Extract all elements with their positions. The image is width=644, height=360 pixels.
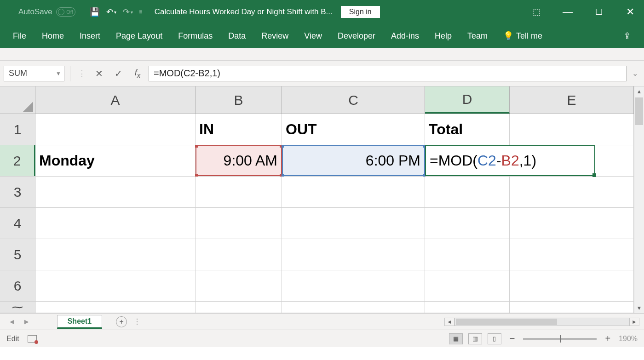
minimize-button[interactable]: — xyxy=(558,3,577,21)
sheet-nav-prev[interactable]: ◄ xyxy=(5,318,19,326)
col-header-B[interactable]: B xyxy=(196,86,282,114)
cell-E2[interactable] xyxy=(595,145,634,176)
qat-customize[interactable]: ≡ xyxy=(136,4,145,20)
autosave-control[interactable]: AutoSave Off xyxy=(18,7,75,17)
cell-C2[interactable]: 6:00 PM xyxy=(282,145,425,176)
redo-icon: ↷ xyxy=(123,7,130,17)
cell-C3[interactable] xyxy=(282,177,425,207)
cell-C5[interactable] xyxy=(282,239,425,270)
col-header-D[interactable]: D xyxy=(425,86,510,114)
tab-developer[interactable]: Developer xyxy=(338,31,375,41)
row-header-6[interactable]: 6 xyxy=(0,270,35,301)
row-header-7[interactable]: ⁓ xyxy=(0,302,35,313)
save-button[interactable]: 💾 xyxy=(86,4,103,20)
zoom-out-button[interactable]: − xyxy=(507,333,518,344)
cell-D5[interactable] xyxy=(425,239,510,270)
scroll-thumb[interactable] xyxy=(635,97,643,125)
fill-handle[interactable] xyxy=(592,173,596,177)
cell-E5[interactable] xyxy=(510,239,634,270)
cell-B3[interactable] xyxy=(196,177,282,207)
share-button[interactable]: ⇪ xyxy=(623,30,631,41)
tab-addins[interactable]: Add-ins xyxy=(391,31,419,41)
cell-E6[interactable] xyxy=(510,270,634,301)
cell-C6[interactable] xyxy=(282,270,425,301)
cell-A2[interactable]: Monday xyxy=(35,145,196,176)
autosave-toggle[interactable]: Off xyxy=(56,7,75,17)
maximize-icon: ☐ xyxy=(595,7,603,17)
row-header-1[interactable]: 1 xyxy=(0,114,35,145)
tab-team[interactable]: Team xyxy=(467,31,488,41)
cell-E4[interactable] xyxy=(510,208,634,239)
cell-B5[interactable] xyxy=(196,239,282,270)
undo-button[interactable]: ↶▾ xyxy=(103,4,120,20)
cell-D1[interactable]: Total xyxy=(425,114,510,145)
formula-bar-expand[interactable]: ⌄ xyxy=(629,69,640,78)
tab-view[interactable]: View xyxy=(304,31,322,41)
tab-data[interactable]: Data xyxy=(228,31,246,41)
col-header-A[interactable]: A xyxy=(35,86,196,114)
view-pagebreak-button[interactable]: ▯ xyxy=(488,333,501,344)
zoom-in-button[interactable]: + xyxy=(602,333,613,344)
row-2: 2 Monday 9:00 AM 6:00 PM =MOD(C2-B2,1) xyxy=(0,145,634,177)
row-header-4[interactable]: 4 xyxy=(0,208,35,239)
view-normal-button[interactable]: ▦ xyxy=(449,333,463,344)
sheet-nav-next[interactable]: ► xyxy=(19,318,34,326)
tab-help[interactable]: Help xyxy=(435,31,452,41)
formula-input[interactable]: =MOD(C2-B2,1) xyxy=(149,66,627,81)
redo-button[interactable]: ↷▾ xyxy=(120,4,136,20)
tell-me[interactable]: 💡Tell me xyxy=(503,31,542,41)
cell-D6[interactable] xyxy=(425,270,510,301)
cell-C4[interactable] xyxy=(282,208,425,239)
cell-A3[interactable] xyxy=(35,177,196,207)
cell-A1[interactable] xyxy=(35,114,196,145)
cell-D3[interactable] xyxy=(425,177,510,207)
macro-recording-icon[interactable] xyxy=(28,335,37,343)
col-header-C[interactable]: C xyxy=(282,86,425,114)
close-button[interactable]: ✕ xyxy=(621,3,639,21)
cell-C1[interactable]: OUT xyxy=(282,114,425,145)
vertical-scrollbar[interactable]: ▲ ▼ xyxy=(634,86,644,313)
tab-file[interactable]: File xyxy=(13,31,26,41)
cell-A4[interactable] xyxy=(35,208,196,239)
col-header-E[interactable]: E xyxy=(510,86,634,114)
horizontal-scrollbar[interactable]: ◄ ► xyxy=(444,318,639,326)
tab-pagelayout[interactable]: Page Layout xyxy=(116,31,162,41)
sheet-tab-sheet1[interactable]: Sheet1 xyxy=(57,315,102,329)
cell-B6[interactable] xyxy=(196,270,282,301)
enter-formula-button[interactable]: ✓ xyxy=(110,66,126,81)
cancel-formula-button[interactable]: ✕ xyxy=(91,66,107,81)
insert-function-button[interactable]: fx xyxy=(129,66,146,81)
scroll-down-icon[interactable]: ▼ xyxy=(634,303,644,313)
tab-insert[interactable]: Insert xyxy=(80,31,100,41)
cell-E1[interactable] xyxy=(510,114,634,145)
scroll-up-icon[interactable]: ▲ xyxy=(634,86,644,97)
save-icon: 💾 xyxy=(90,7,100,17)
tab-review[interactable]: Review xyxy=(261,31,288,41)
hscroll-right-icon[interactable]: ► xyxy=(629,318,639,326)
cell-B4[interactable] xyxy=(196,208,282,239)
select-all-corner[interactable] xyxy=(0,86,35,114)
name-box[interactable]: SUM ▼ xyxy=(4,66,64,81)
row-header-3[interactable]: 3 xyxy=(0,177,35,207)
zoom-slider[interactable] xyxy=(523,338,597,340)
row-header-5[interactable]: 5 xyxy=(0,239,35,270)
signin-button[interactable]: Sign in xyxy=(341,6,380,18)
cell-A6[interactable] xyxy=(35,270,196,301)
row-header-2[interactable]: 2 xyxy=(0,145,35,176)
cell-D4[interactable] xyxy=(425,208,510,239)
ribbon-display-options[interactable]: ⬚ xyxy=(527,3,546,21)
cell-B2[interactable]: 9:00 AM xyxy=(196,145,282,176)
cell-E3[interactable] xyxy=(510,177,634,207)
maximize-button[interactable]: ☐ xyxy=(590,3,608,21)
namebox-dropdown-icon[interactable]: ▼ xyxy=(56,70,61,77)
add-sheet-button[interactable]: + xyxy=(116,316,127,327)
tab-home[interactable]: Home xyxy=(42,31,64,41)
cell-B1[interactable]: IN xyxy=(196,114,282,145)
hscroll-left-icon[interactable]: ◄ xyxy=(444,318,454,326)
tab-split-handle[interactable]: ⋮ xyxy=(127,317,147,326)
zoom-level[interactable]: 190% xyxy=(619,335,638,343)
cell-D2[interactable]: =MOD(C2-B2,1) xyxy=(425,145,595,176)
view-pagelayout-button[interactable]: ▥ xyxy=(468,333,482,344)
cell-A5[interactable] xyxy=(35,239,196,270)
tab-formulas[interactable]: Formulas xyxy=(178,31,213,41)
